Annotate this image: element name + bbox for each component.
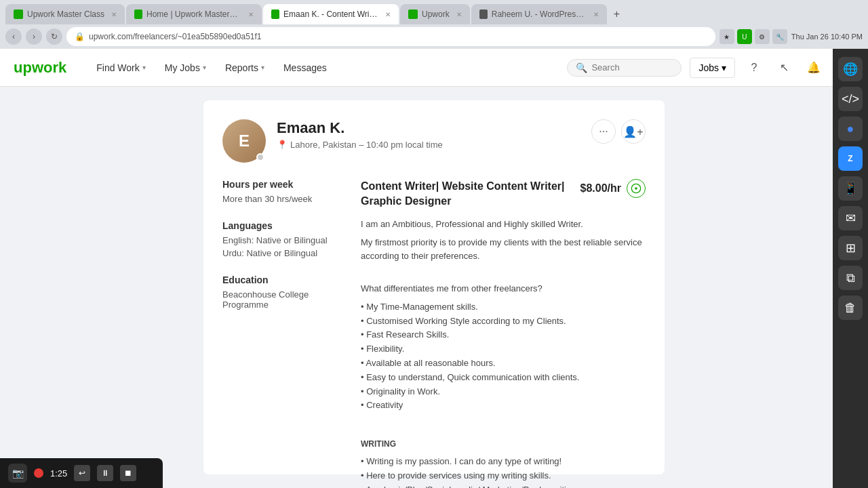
location-icon: 📍 bbox=[277, 140, 288, 150]
language-2: Urdu: Native or Bilingual bbox=[222, 248, 344, 258]
recording-time: 1:25 bbox=[50, 468, 67, 479]
sidebar-icon-chrome[interactable]: ● bbox=[838, 117, 863, 141]
address-bar-row: ‹ › ↻ 🔒 upwork.com/freelancers/~01ea5b58… bbox=[0, 24, 868, 49]
profile-title: Content Writer| Website Content Writer| … bbox=[361, 179, 580, 209]
sidebar-icon-zoom[interactable]: Z bbox=[838, 146, 863, 171]
jobs-chevron: ▾ bbox=[722, 62, 726, 73]
tab-3[interactable]: Emaan K. - Content Writer| W... ✕ bbox=[263, 4, 399, 24]
profile-name: Emaan K. bbox=[277, 119, 580, 137]
camera-toggle[interactable]: 📷 bbox=[8, 464, 27, 483]
tab-2[interactable]: Home | Upwork Masterclass C... ✕ bbox=[126, 4, 262, 24]
profile-info: Emaan K. 📍 Lahore, Pakistan – 10:40 pm l… bbox=[277, 119, 580, 150]
extension-icon-1[interactable]: U bbox=[737, 29, 752, 44]
stop-button[interactable]: ⏹ bbox=[120, 465, 136, 481]
tab-5-title: Raheem U. - WordPress Deve... bbox=[492, 9, 587, 19]
title-bar: Content Writer| Website Content Writer| … bbox=[361, 179, 646, 209]
right-sidebar: 🌐 </> ● Z 📱 ✉ ⊞ ⧉ 🗑 bbox=[833, 49, 868, 488]
sidebar-icon-code[interactable]: </> bbox=[838, 87, 863, 111]
tab-5[interactable]: Raheem U. - WordPress Deve... ✕ bbox=[471, 4, 607, 24]
sidebar-icon-grid[interactable]: ⊞ bbox=[838, 236, 863, 260]
url-text: upwork.com/freelancers/~01ea5b5890ed0a51… bbox=[89, 32, 707, 41]
address-bar[interactable]: 🔒 upwork.com/freelancers/~01ea5b5890ed0a… bbox=[66, 27, 715, 46]
sidebar-icon-globe[interactable]: 🌐 bbox=[838, 57, 863, 81]
tab-2-close[interactable]: ✕ bbox=[248, 11, 254, 18]
sidebar-icon-whatsapp[interactable]: 📱 bbox=[838, 176, 863, 201]
upwork-logo[interactable]: upwork bbox=[14, 59, 66, 77]
add-contact-button[interactable]: 👤+ bbox=[621, 119, 646, 144]
undo-button[interactable]: ↩ bbox=[74, 465, 90, 481]
profile-card: E Emaan K. 📍 Lahore, Pakistan – 10:40 pm… bbox=[203, 100, 665, 474]
time-display: Thu Jan 26 10:40 PM bbox=[791, 33, 863, 41]
rate-value: $8.00/hr bbox=[580, 182, 621, 195]
profile-location: 📍 Lahore, Pakistan – 10:40 pm local time bbox=[277, 140, 580, 150]
header-actions: ··· 👤+ bbox=[591, 119, 646, 144]
left-column: Hours per week More than 30 hrs/week Lan… bbox=[222, 179, 344, 488]
more-options-button[interactable]: ··· bbox=[591, 119, 616, 144]
bio-line-2: My firstmost priority is to provide my c… bbox=[361, 236, 646, 264]
tab-4-close[interactable]: ✕ bbox=[456, 11, 462, 18]
education-value: Beaconhouse College Programme bbox=[222, 289, 344, 310]
rate-area: $8.00/hr bbox=[580, 179, 646, 198]
tab-1-close[interactable]: ✕ bbox=[111, 11, 117, 18]
search-box[interactable]: 🔍 bbox=[567, 59, 682, 77]
edit-icon bbox=[631, 183, 642, 194]
main-content: E Emaan K. 📍 Lahore, Pakistan – 10:40 pm… bbox=[0, 87, 868, 488]
education-label: Education bbox=[222, 274, 344, 285]
recording-indicator bbox=[34, 468, 43, 478]
tab-1[interactable]: Upwork Master Class ✕ bbox=[5, 4, 125, 24]
tab-3-favicon bbox=[271, 9, 279, 19]
writing-heading: WRITING bbox=[361, 438, 646, 451]
hours-section: Hours per week More than 30 hrs/week bbox=[222, 179, 344, 204]
nav-right: 🔍 Jobs ▾ ? ↖ 🔔 E bbox=[567, 57, 854, 79]
search-icon: 🔍 bbox=[576, 62, 587, 73]
tab-5-close[interactable]: ✕ bbox=[593, 11, 599, 18]
tab-3-close[interactable]: ✕ bbox=[385, 11, 391, 18]
education-section: Education Beaconhouse College Programme bbox=[222, 274, 344, 310]
nav-my-jobs[interactable]: My Jobs ▾ bbox=[157, 57, 214, 79]
toolbar-icons: ★ U ⚙ 🔧 bbox=[719, 29, 787, 44]
new-tab-button[interactable]: + bbox=[608, 5, 625, 23]
bookmark-icon[interactable]: ★ bbox=[719, 29, 734, 44]
pause-button[interactable]: ⏸ bbox=[97, 465, 113, 481]
tab-4[interactable]: Upwork ✕ bbox=[400, 4, 470, 24]
lock-icon: 🔒 bbox=[75, 32, 85, 41]
cursor-button[interactable]: ↖ bbox=[773, 57, 795, 79]
refresh-button[interactable]: ↻ bbox=[46, 28, 62, 45]
tab-1-title: Upwork Master Class bbox=[27, 9, 104, 19]
jobs-button[interactable]: Jobs ▾ bbox=[690, 58, 735, 78]
sidebar-icon-trash[interactable]: 🗑 bbox=[838, 296, 863, 320]
profile-header: E Emaan K. 📍 Lahore, Pakistan – 10:40 pm… bbox=[222, 119, 646, 163]
forward-button[interactable]: › bbox=[26, 28, 42, 45]
nav-reports[interactable]: Reports ▾ bbox=[217, 57, 273, 79]
extension-icon-2[interactable]: ⚙ bbox=[755, 29, 770, 44]
online-indicator bbox=[256, 153, 264, 161]
tab-1-favicon bbox=[14, 9, 23, 19]
browser-chrome: Upwork Master Class ✕ Home | Upwork Mast… bbox=[0, 0, 868, 49]
profile-body: Hours per week More than 30 hrs/week Lan… bbox=[222, 179, 646, 488]
extension-icon-3[interactable]: 🔧 bbox=[772, 29, 787, 44]
avatar-wrap: E bbox=[222, 119, 266, 163]
right-column: Content Writer| Website Content Writer| … bbox=[361, 179, 646, 488]
tab-3-title: Emaan K. - Content Writer| W... bbox=[283, 9, 378, 19]
writing-bullets: • Writing is my passion. I can do any ty… bbox=[361, 455, 646, 488]
hours-value: More than 30 hrs/week bbox=[222, 194, 344, 204]
tab-2-favicon bbox=[134, 9, 142, 19]
search-input[interactable] bbox=[591, 62, 673, 73]
bio-line-1: I am an Ambitious, Professional and High… bbox=[361, 218, 646, 232]
hours-label: Hours per week bbox=[222, 179, 344, 190]
help-button[interactable]: ? bbox=[743, 57, 765, 79]
languages-label: Languages bbox=[222, 220, 344, 231]
recording-bar: 📷 1:25 ↩ ⏸ ⏹ bbox=[0, 458, 163, 488]
edit-rate-button[interactable] bbox=[627, 179, 646, 198]
back-button[interactable]: ‹ bbox=[5, 28, 22, 45]
nav-find-work[interactable]: Find Work ▾ bbox=[88, 57, 154, 79]
nav-messages[interactable]: Messages bbox=[275, 57, 335, 79]
tab-2-title: Home | Upwork Masterclass C... bbox=[146, 9, 241, 19]
sidebar-icon-layers[interactable]: ⧉ bbox=[838, 266, 863, 290]
find-work-chevron: ▾ bbox=[142, 64, 146, 71]
sidebar-icon-mail[interactable]: ✉ bbox=[838, 206, 863, 230]
language-1: English: Native or Bilingual bbox=[222, 235, 344, 245]
app-nav: upwork Find Work ▾ My Jobs ▾ Reports ▾ M… bbox=[0, 49, 868, 87]
notifications-button[interactable]: 🔔 bbox=[803, 57, 825, 79]
tab-4-favicon bbox=[408, 9, 418, 19]
